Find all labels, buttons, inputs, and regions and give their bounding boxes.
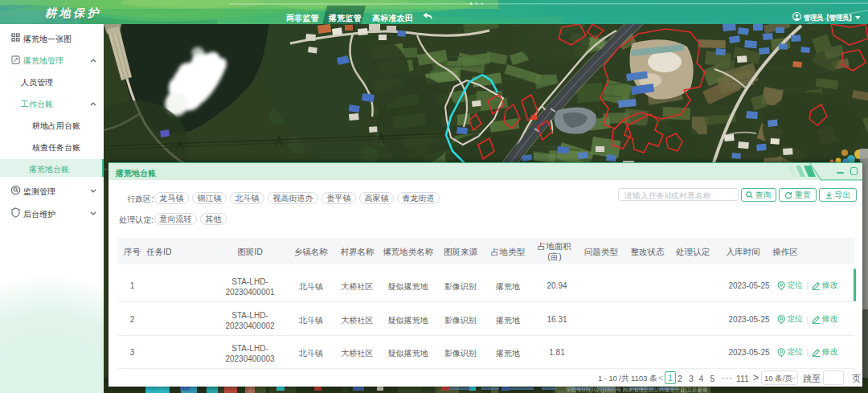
svg-text:审图号GS(2021)1823号 国家地理信息公共服务平台: 审图号GS(2021)1823号 国家地理信息公共服务平台 卫星影像 bbox=[566, 387, 708, 393]
